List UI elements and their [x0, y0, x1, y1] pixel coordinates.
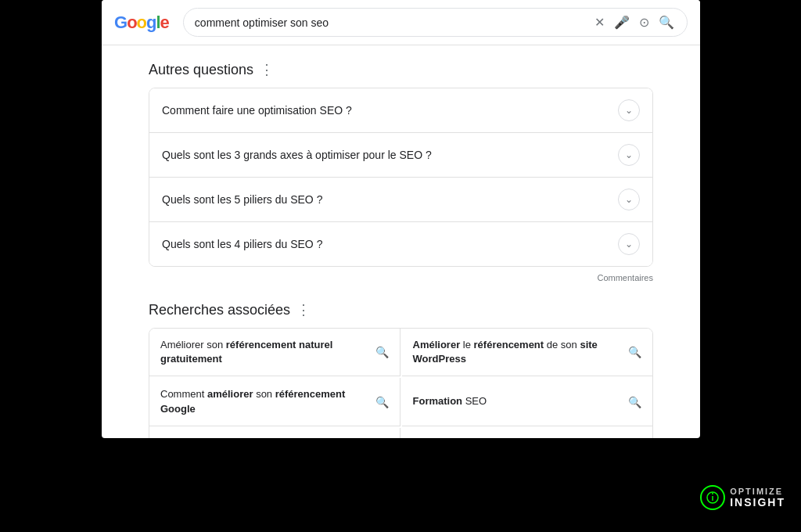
optimize-icon	[700, 485, 725, 510]
logo-g2: g	[146, 13, 156, 33]
related-item[interactable]: Améliorer son référencement naturel grat…	[149, 329, 400, 376]
content-area: Autres questions ⋮ Comment faire une opt…	[102, 45, 700, 438]
related-search-icon: 🔍	[628, 396, 641, 408]
faq-section-title: Autres questions ⋮	[149, 61, 653, 78]
search-bar: G o o g l e ✕ 🎤 ⊙ 🔍	[102, 0, 700, 45]
faq-title-label: Autres questions	[149, 62, 253, 78]
related-text: Formation SEO	[413, 394, 623, 408]
faq-item[interactable]: Comment faire une optimisation SEO ? ⌄	[149, 88, 652, 133]
google-logo: G o o g l e	[114, 13, 169, 33]
related-section-title: Recherches associées ⋮	[149, 301, 653, 318]
related-text: Comment améliorer son référencement Goog…	[160, 387, 369, 415]
faq-list: Comment faire une optimisation SEO ? ⌄ Q…	[149, 88, 653, 267]
faq-expand-icon[interactable]: ⌄	[618, 233, 640, 255]
search-input[interactable]	[195, 16, 587, 29]
browser-window: G o o g l e ✕ 🎤 ⊙ 🔍 Autres quest	[102, 0, 700, 438]
related-search-icon: 🔍	[375, 396, 389, 408]
logo-e: e	[160, 13, 169, 33]
faq-item[interactable]: Quels sont les 3 grands axes à optimiser…	[149, 133, 652, 178]
related-search-icon: 🔍	[628, 346, 641, 358]
lens-icon[interactable]: ⊙	[638, 13, 651, 31]
clear-icon[interactable]: ✕	[593, 13, 606, 31]
optimize-line1: OPTIMIZE	[730, 487, 785, 496]
voice-search-icon[interactable]: 🎤	[612, 13, 631, 31]
faq-more-icon[interactable]: ⋮	[260, 61, 274, 78]
related-item[interactable]: Réferencement SEO définition 🔍	[402, 428, 653, 438]
optimize-text: OPTIMIZE INSIGHT	[730, 487, 785, 509]
commentaires-label: Commentaires	[149, 273, 653, 282]
related-more-icon[interactable]: ⋮	[296, 301, 311, 318]
related-text: Améliorer le référencement de son site W…	[413, 338, 623, 366]
faq-item[interactable]: Quels sont les 5 piliers du SEO ? ⌄	[149, 178, 652, 222]
related-text: Optimisation pour les moteurs de recherc…	[160, 437, 369, 438]
faq-text: Comment faire une optimisation SEO ?	[162, 104, 352, 117]
optimize-insight-badge: OPTIMIZE INSIGHT	[700, 485, 785, 510]
search-icon[interactable]: 🔍	[657, 13, 676, 31]
related-grid: Améliorer son référencement naturel grat…	[149, 328, 653, 438]
logo-g: G	[114, 13, 127, 33]
faq-expand-icon[interactable]: ⌄	[618, 99, 640, 121]
logo-o1: o	[127, 13, 136, 33]
faq-expand-icon[interactable]: ⌄	[618, 144, 640, 166]
related-item[interactable]: Formation SEO 🔍	[402, 378, 653, 426]
search-input-wrapper[interactable]: ✕ 🎤 ⊙ 🔍	[183, 8, 688, 37]
search-icons: ✕ 🎤 ⊙ 🔍	[593, 13, 676, 31]
logo-o2: o	[137, 13, 146, 33]
faq-item[interactable]: Quels sont les 4 piliers du SEO ? ⌄	[149, 222, 652, 266]
faq-text: Quels sont les 4 piliers du SEO ?	[162, 238, 322, 250]
faq-text: Quels sont les 3 grands axes à optimiser…	[162, 149, 432, 161]
related-text: Améliorer son référencement naturel grat…	[160, 338, 369, 366]
optimize-line2: INSIGHT	[730, 496, 785, 509]
screen-wrapper: G o o g l e ✕ 🎤 ⊙ 🔍 Autres quest	[0, 0, 801, 532]
related-title-label: Recherches associées	[149, 302, 290, 318]
related-search-icon: 🔍	[375, 346, 389, 358]
faq-text: Quels sont les 5 piliers du SEO ?	[162, 193, 322, 206]
faq-expand-icon[interactable]: ⌄	[618, 189, 640, 210]
related-item[interactable]: Améliorer le référencement de son site W…	[402, 329, 653, 376]
related-item[interactable]: Comment améliorer son référencement Goog…	[149, 378, 400, 426]
related-item[interactable]: Optimisation pour les moteurs de recherc…	[149, 428, 400, 438]
